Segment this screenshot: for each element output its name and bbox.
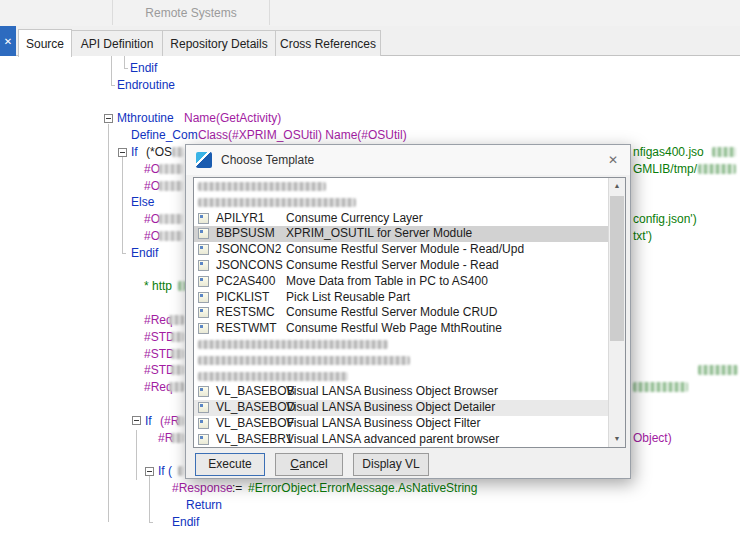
template-description: Consume Restful Server Module CRUD [286,305,497,321]
template-name: RESTWMT [216,321,277,337]
redacted-text [169,382,184,392]
close-icon: ✕ [4,36,12,47]
tab-api-definition[interactable]: API Definition [71,30,163,56]
template-list-item-redacted[interactable] [194,195,608,211]
code-text: #O [144,161,160,177]
template-list-item[interactable]: APILYR1Consume Currency Layer [194,211,608,227]
redacted-text [178,466,184,476]
code-line[interactable] [0,94,740,111]
template-list-item[interactable]: RESTWMTConsume Restful Web Page MthRouti… [194,321,608,337]
template-list-item-redacted[interactable] [194,353,608,369]
choose-template-dialog: Choose Template ✕ ▲ ▼ APILYR1Consume Cur… [185,144,631,479]
list-scrollbar[interactable]: ▲ ▼ [608,178,625,447]
dialog-title: Choose Template [221,153,314,167]
template-list[interactable]: ▲ ▼ APILYR1Consume Currency LayerBBPSUSM… [193,177,626,448]
template-name: VL_BASEBR1 [216,432,293,448]
template-name: VL_BASEBOD [216,400,295,416]
code-text: GMLIB/tmp/ [633,161,697,177]
code-line[interactable]: Endif [0,514,740,531]
code-text: If [145,413,152,429]
fold-toggle-icon[interactable] [145,467,154,476]
fold-toggle-icon[interactable] [104,114,113,123]
template-list-item[interactable]: JSONCON2Consume Restful Server Module - … [194,242,608,258]
template-list-item-redacted[interactable] [194,179,608,195]
template-list-item-redacted[interactable] [194,369,608,385]
template-name: APILYR1 [216,211,264,227]
template-list-item[interactable]: VL_BASEBR1Visual LANSA advanced parent b… [194,432,608,448]
template-icon [198,386,209,397]
top-panel-strip: Remote Systems [0,0,740,27]
execute-button[interactable]: Execute [195,453,265,476]
panel-tab-remote-systems[interactable]: Remote Systems [112,0,270,25]
cancel-button[interactable]: Cancel [275,453,343,476]
template-list-item[interactable]: JSONCONSConsume Restful Server Module - … [194,258,608,274]
code-text: Class(#XPRIM_OSUtil) Name(#OSUtil) [198,127,407,143]
close-document-button[interactable]: ✕ [0,26,16,56]
template-list-item[interactable]: VL_BASEBOBVisual LANSA Business Object B… [194,384,608,400]
code-text: := [232,480,242,496]
redacted-text [198,182,326,191]
redacted-text [698,164,736,174]
code-line[interactable]: Endroutine [0,77,740,94]
template-description: Consume Restful Web Page MthRoutine [286,321,502,337]
template-icon [198,292,209,303]
template-description: Move Data from Table in PC to AS400 [286,274,488,290]
tab-cross-references[interactable]: Cross References [275,30,381,56]
template-list-item[interactable]: VL_BASEBODVisual LANSA Business Object D… [194,400,608,416]
redacted-text [633,382,688,392]
redacted-text [159,181,183,191]
template-name: VL_BASEBOB [216,384,295,400]
template-description: Visual LANSA Business Object Browser [286,384,498,400]
code-text: #O [144,228,160,244]
redacted-text [198,198,356,207]
fold-toggle-icon[interactable] [132,416,141,425]
code-text: Endif [130,60,157,76]
template-list-item-redacted[interactable] [194,337,608,353]
code-text: #Response [172,480,233,496]
code-text: #O [144,211,160,227]
template-list-item[interactable]: PC2AS400Move Data from Table in PC to AS… [194,274,608,290]
template-icon [198,276,209,287]
code-line[interactable]: Endif [0,60,740,77]
template-description: XPRIM_OSUTIL for Server Module [286,226,472,242]
dialog-close-button[interactable]: ✕ [604,151,622,169]
redacted-text [198,340,388,349]
tab-repository-details[interactable]: Repository Details [162,30,276,56]
template-description: Visual LANSA Business Object Filter [286,416,481,432]
code-line[interactable] [0,530,740,543]
redacted-text [171,365,184,375]
template-list-item[interactable]: RESTSMCConsume Restful Server Module CRU… [194,305,608,321]
template-icon [198,244,209,255]
template-name: JSONCON2 [216,242,281,258]
code-line[interactable]: Define_ComClass(#XPRIM_OSUtil) Name(#OSU… [0,127,740,144]
fold-toggle-icon[interactable] [118,148,127,157]
redacted-text [171,332,184,342]
template-name: JSONCONS [216,258,283,274]
code-text: #ErrorObject.ErrorMessage.AsNativeString [248,480,477,496]
code-line[interactable]: Return [0,497,740,514]
redacted-text [712,147,736,157]
template-icon [198,228,209,239]
code-text: config.json') [633,211,697,227]
code-text: Object) [633,430,672,446]
scroll-down-icon[interactable]: ▼ [609,431,625,447]
dialog-title-bar[interactable]: Choose Template [186,145,630,175]
code-text: If [131,144,138,160]
template-description: Consume Restful Server Module - Read [286,258,499,274]
template-name: BBPSUSM [216,226,275,242]
code-line[interactable]: #Response:=#ErrorObject.ErrorMessage.AsN… [0,480,740,497]
display-vl-button[interactable]: Display VL [353,453,429,476]
code-text: Define_Com [131,127,198,143]
template-list-item[interactable]: VL_BASEBOFVisual LANSA Business Object F… [194,416,608,432]
scroll-up-icon[interactable]: ▲ [609,178,625,194]
lansa-logo-icon [196,152,212,168]
template-list-item[interactable]: BBPSUSMXPRIM_OSUTIL for Server Module [194,226,608,242]
tab-source[interactable]: Source [18,29,72,57]
template-description: Consume Restful Server Module - Read/Upd [286,242,524,258]
template-icon [198,418,209,429]
code-text: * http [144,278,172,294]
code-line[interactable]: MthroutineName(GetActivity) [0,110,740,127]
template-description: Consume Currency Layer [286,211,423,227]
scrollbar-thumb[interactable] [610,196,624,341]
template-list-item[interactable]: PICKLISTPick List Reusable Part [194,290,608,306]
